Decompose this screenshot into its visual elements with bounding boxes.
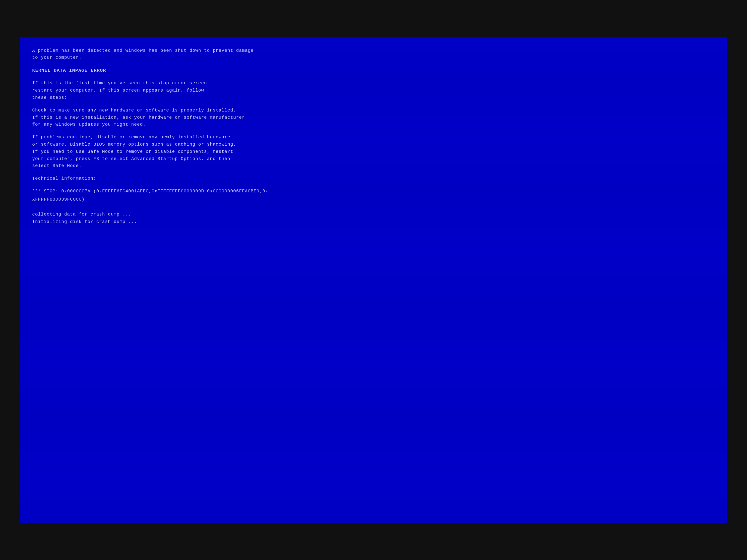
first-time-paragraph: If this is the first time you've seen th… <box>32 80 715 101</box>
stop-code-section: *** STOP: 0x0000007A (0xFFFFF6FC4001AFE0… <box>32 188 715 203</box>
collecting-section: collecting data for crash dump ... Initi… <box>32 211 715 226</box>
bsod-screen: A problem has been detected and windows … <box>20 37 727 523</box>
problems-line-3: If you need to use Safe Mode to remove o… <box>32 148 715 155</box>
collecting-line-2: Initializing disk for crash dump ... <box>32 218 715 226</box>
check-hardware-paragraph: Check to make sure any new hardware or s… <box>32 107 715 128</box>
problems-line-2: or software. Disable BIOS memory options… <box>32 141 715 148</box>
screen-bezel: A problem has been detected and windows … <box>0 0 747 560</box>
intro-line-2: to your computer. <box>32 54 715 61</box>
collecting-line-1: collecting data for crash dump ... <box>32 211 715 218</box>
check-line-2: If this is a new installation, ask your … <box>32 114 715 121</box>
error-code: KERNEL_DATA_INPAGE_ERROR <box>32 67 715 74</box>
problems-line-1: If problems continue, disable or remove … <box>32 134 715 141</box>
first-time-line-2: restart your computer. If this screen ap… <box>32 87 715 94</box>
check-line-1: Check to make sure any new hardware or s… <box>32 107 715 114</box>
intro-line-1: A problem has been detected and windows … <box>32 47 715 54</box>
first-time-line-3: these steps: <box>32 94 715 101</box>
first-time-line-1: If this is the first time you've seen th… <box>32 80 715 87</box>
stop-line-1: *** STOP: 0x0000007A (0xFFFFF6FC4001AFE0… <box>32 188 715 195</box>
problems-line-5: select Safe Mode. <box>32 162 715 169</box>
stop-line-2: xFFFFF880039FC000) <box>32 196 715 203</box>
problems-line-4: your computer, press F8 to select Advanc… <box>32 155 715 162</box>
check-line-3: for any windows updates you might need. <box>32 121 715 128</box>
tech-info-section: Technical information: <box>32 175 715 182</box>
intro-paragraph: A problem has been detected and windows … <box>32 47 715 61</box>
problems-continue-paragraph: If problems continue, disable or remove … <box>32 134 715 169</box>
tech-info-label: Technical information: <box>32 175 715 182</box>
